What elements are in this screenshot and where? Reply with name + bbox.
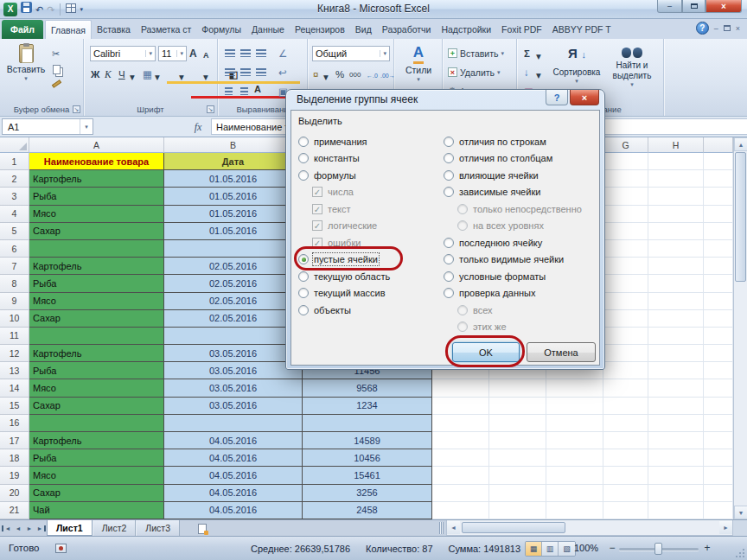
select-all-corner[interactable] <box>0 137 29 153</box>
cell-F19[interactable] <box>546 467 603 484</box>
radio-icon[interactable] <box>457 220 468 231</box>
radio-icon[interactable] <box>298 153 309 163</box>
cell-C18[interactable]: 10456 <box>303 449 432 467</box>
row-header-18[interactable]: 18 <box>0 449 29 467</box>
tab-data[interactable]: Данные <box>246 20 290 39</box>
insert-sheet-tab[interactable] <box>192 522 213 535</box>
first-sheet-icon[interactable]: ◄ <box>2 525 12 531</box>
dialog-option-left-4[interactable]: текст <box>312 200 442 218</box>
cell-H6[interactable] <box>648 240 704 258</box>
tab-formulas[interactable]: Формулы <box>196 20 246 39</box>
tab-insert[interactable]: Вставка <box>92 20 136 39</box>
horizontal-scrollbar[interactable]: ◄ ► <box>446 520 733 536</box>
tab-layout[interactable]: Разметка ст <box>136 20 196 39</box>
paste-dropdown-icon[interactable]: ▾ <box>24 75 28 82</box>
row-header-14[interactable]: 14 <box>0 379 29 397</box>
cell-G20[interactable] <box>603 485 648 502</box>
radio-icon[interactable] <box>444 254 454 264</box>
next-sheet-icon[interactable]: ► <box>24 525 35 531</box>
radio-icon[interactable] <box>298 170 309 181</box>
cell-G11[interactable] <box>603 328 648 345</box>
cell-H4[interactable] <box>648 206 704 223</box>
cell-A12[interactable]: Картофель <box>29 345 164 362</box>
zoom-out-icon[interactable]: − <box>607 542 617 554</box>
cell-x14[interactable] <box>704 379 733 397</box>
cell-C14[interactable]: 9568 <box>303 379 432 397</box>
cell-x16[interactable] <box>704 415 733 432</box>
cell-G18[interactable] <box>603 449 648 467</box>
cell-E14[interactable] <box>489 379 546 397</box>
cell-x10[interactable] <box>704 310 733 328</box>
cell-F21[interactable] <box>546 502 603 519</box>
cell-H12[interactable] <box>648 345 704 362</box>
cell-E17[interactable] <box>489 432 546 449</box>
bold-button[interactable]: Ж <box>91 67 99 81</box>
workbook-close-icon[interactable]: × <box>736 22 740 35</box>
radio-icon[interactable] <box>298 288 309 298</box>
dialog-option-right-9[interactable]: проверка данных <box>444 285 597 302</box>
cell-A16[interactable] <box>29 415 164 432</box>
borders-dropdown-icon[interactable]: ▾ <box>155 69 160 84</box>
help-icon[interactable]: ? <box>696 22 709 35</box>
align-left-icon[interactable] <box>225 65 235 80</box>
cell-x3[interactable] <box>704 188 733 205</box>
cell-B19[interactable]: 04.05.2016 <box>164 467 303 484</box>
align-top-icon[interactable] <box>225 46 235 60</box>
tab-developer[interactable]: Разработчи <box>377 20 437 39</box>
prev-sheet-icon[interactable]: ◄ <box>13 525 23 531</box>
row-header-12[interactable]: 12 <box>0 345 29 362</box>
cell-C21[interactable]: 2458 <box>303 502 432 519</box>
comma-style-icon[interactable]: 000 <box>349 67 361 82</box>
font-family-select[interactable]: Calibri▾ <box>90 46 156 61</box>
cell-B18[interactable]: 04.05.2016 <box>164 449 303 467</box>
cell-A5[interactable]: Сахар <box>29 223 164 240</box>
cell-G19[interactable] <box>603 467 648 484</box>
radio-icon[interactable] <box>298 137 309 147</box>
cell-F16[interactable] <box>546 415 603 432</box>
page-layout-view-icon[interactable]: ▥ <box>542 542 559 556</box>
cell-A6[interactable] <box>29 240 164 258</box>
find-select-button[interactable]: Найти и выделить ▾ <box>607 46 657 88</box>
cell-E19[interactable] <box>489 467 546 484</box>
font-color-dropdown-icon[interactable]: ▾ <box>203 69 208 84</box>
cell-A21[interactable]: Чай <box>29 502 164 519</box>
cell-x17[interactable] <box>704 432 733 449</box>
increase-decimal-icon[interactable]: ←.0 <box>367 68 378 83</box>
dialog-close-icon[interactable]: × <box>570 90 599 105</box>
cell-x19[interactable] <box>704 467 733 484</box>
increase-indent-icon[interactable] <box>240 84 248 99</box>
cell-B5[interactable]: 01.05.2016 <box>164 223 303 240</box>
cell-x6[interactable] <box>704 240 733 258</box>
cell-A19[interactable]: Мясо <box>29 467 164 484</box>
cell-B10[interactable]: 02.05.2016 <box>164 310 303 328</box>
cell-H20[interactable] <box>648 485 704 502</box>
radio-icon[interactable] <box>444 271 454 282</box>
cell-H9[interactable] <box>648 293 704 310</box>
sort-dropdown-icon[interactable]: ▾ <box>575 78 578 85</box>
tab-review[interactable]: Рецензиров <box>290 20 350 39</box>
row-header-6[interactable]: 6 <box>0 240 29 258</box>
dialog-option-right-2[interactable]: влияющие ячейки <box>444 167 597 184</box>
cell-C20[interactable]: 3256 <box>303 485 432 502</box>
underline-dropdown-icon[interactable]: ▾ <box>130 69 135 84</box>
cell-G21[interactable] <box>603 502 648 519</box>
cell-A11[interactable] <box>29 328 164 345</box>
tab-addins[interactable]: Надстройки <box>436 20 496 39</box>
row-header-2[interactable]: 2 <box>0 170 29 188</box>
dialog-option-left-0[interactable]: примечания <box>298 133 442 150</box>
copy-icon[interactable] <box>53 65 61 74</box>
orientation-icon[interactable]: ∠ <box>278 46 287 60</box>
dialog-option-left-3[interactable]: числа <box>312 184 442 201</box>
cell-E18[interactable] <box>489 449 546 467</box>
dialog-option-right-3[interactable]: зависимые ячейки <box>444 184 597 201</box>
percent-style-icon[interactable]: % <box>335 67 344 81</box>
cell-H3[interactable] <box>648 188 704 205</box>
align-center-icon[interactable] <box>240 65 251 80</box>
paste-button[interactable]: Вставить ▾ <box>7 44 45 82</box>
cell-B14[interactable]: 03.05.2016 <box>164 379 303 397</box>
row-header-1[interactable]: 1 <box>0 153 29 170</box>
radio-icon[interactable] <box>444 170 454 181</box>
cell-D15[interactable] <box>432 398 489 415</box>
tab-splitter-handle[interactable] <box>439 522 444 534</box>
macro-record-icon[interactable] <box>55 544 67 553</box>
